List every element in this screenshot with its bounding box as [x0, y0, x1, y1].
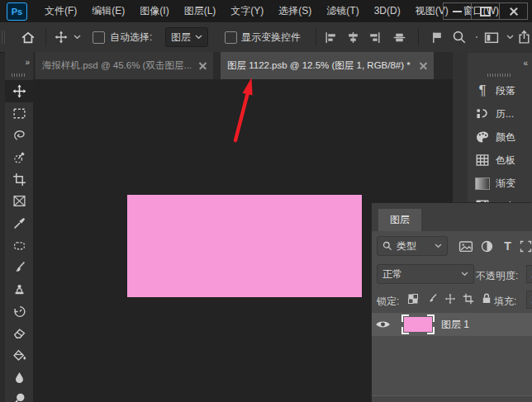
blend-mode-dropdown[interactable]: 正常 — [377, 264, 474, 284]
toolbar-grip[interactable] — [12, 73, 26, 77]
panel-shortcut-history[interactable]: 历... — [468, 102, 532, 125]
panel-shortcut-color[interactable]: 颜色 — [468, 125, 532, 149]
menu-item-select[interactable]: 选择(S) — [271, 0, 319, 22]
tool-frame[interactable] — [5, 190, 33, 212]
home-button[interactable] — [21, 22, 36, 52]
tool-history-brush[interactable] — [5, 300, 33, 323]
tool-move[interactable] — [5, 80, 33, 102]
lock-position-icon — [444, 293, 456, 305]
close-tab-icon[interactable] — [420, 62, 427, 69]
document-tab-inactive[interactable]: 海报样机.psd @ 45.6% (双击图层... — [36, 52, 213, 79]
tool-eraser[interactable] — [5, 323, 33, 345]
share-button[interactable] — [517, 22, 531, 52]
tool-paint-bucket[interactable] — [5, 344, 33, 367]
eye-icon — [375, 319, 391, 329]
fill-value-field[interactable]: 1 — [526, 291, 532, 309]
panel-shortcut-swatches[interactable]: 色板 — [468, 149, 532, 172]
lock-position-button[interactable] — [444, 293, 456, 305]
checkbox-icon — [93, 31, 105, 44]
options-bar-grip[interactable] — [2, 22, 5, 52]
menu-item-file[interactable]: 文件(F) — [37, 0, 84, 22]
filter-type-layers-button[interactable]: T — [501, 239, 515, 253]
menu-item-type[interactable]: 文字(Y) — [223, 0, 271, 22]
tool-lasso[interactable] — [5, 124, 33, 146]
tool-dodge[interactable] — [5, 389, 33, 402]
screen-mode-button[interactable] — [484, 22, 514, 52]
crop-icon — [12, 173, 26, 187]
double-chevron-right-icon: » — [25, 58, 29, 67]
lock-transparent-pixels-button[interactable] — [407, 293, 419, 305]
menu-item-edit[interactable]: 编辑(E) — [84, 0, 132, 22]
panel-shortcut-gradient[interactable]: 渐变 — [468, 172, 532, 195]
layers-panel-tab-strip: 图层 — [372, 203, 532, 231]
tool-clone-stamp[interactable] — [5, 278, 33, 300]
fill-label: 填充: — [494, 295, 516, 309]
filter-adjustment-layers-button[interactable] — [480, 239, 494, 253]
svg-text:T: T — [504, 239, 511, 253]
align-horizontal-centers-button[interactable] — [346, 22, 360, 52]
tool-quick-selection[interactable] — [5, 146, 33, 168]
menu-item-filter[interactable]: 滤镜(T) — [319, 0, 366, 22]
home-icon — [21, 31, 36, 45]
flag-button[interactable] — [430, 22, 444, 52]
opacity-value-field[interactable]: 1 — [526, 265, 532, 283]
lock-image-pixels-button[interactable] — [426, 293, 438, 305]
eraser-icon — [12, 326, 26, 340]
layer-filter-type-dropdown[interactable]: 类型 — [377, 236, 448, 256]
move-tool-option-button[interactable] — [55, 22, 81, 52]
lock-artboard-nesting-button[interactable] — [463, 293, 474, 305]
document-tab-title: 海报样机.psd @ 45.6% (双击图层... — [42, 59, 193, 72]
layer-name[interactable]: 图层 1 — [441, 318, 469, 332]
menu-bar: Ps 文件(F) 编辑(E) 图像(I) 图层(L) 文字(Y) 选择(S) 滤… — [0, 0, 532, 22]
auto-select-checkbox[interactable] — [93, 22, 105, 52]
document-tab-active[interactable]: 图层 1122.psb @ 12.5% (图层 1, RGB/8#) * — [221, 52, 434, 79]
tool-crop[interactable] — [5, 168, 33, 191]
blend-mode-value: 正常 — [382, 267, 402, 281]
lock-all-button[interactable] — [481, 292, 492, 305]
align-right-edges-button[interactable] — [368, 22, 382, 52]
tool-brush[interactable] — [5, 257, 33, 279]
auto-select-target-dropdown[interactable]: 图层 — [165, 22, 208, 52]
align-right-edges-icon — [368, 31, 382, 45]
show-transform-label: 显示变换控件 — [241, 22, 301, 52]
filter-shape-layers-button[interactable] — [519, 239, 532, 253]
dock-collapse-button[interactable]: « — [468, 53, 532, 69]
close-button[interactable] — [499, 3, 527, 19]
search-button[interactable] — [452, 22, 467, 52]
tool-blur[interactable] — [5, 367, 33, 389]
dock-grip[interactable] — [487, 73, 512, 77]
panel-shortcut-paragraph[interactable]: ¶ 段落 — [468, 79, 532, 102]
tab-layers[interactable]: 图层 — [378, 209, 421, 231]
share-icon — [517, 30, 531, 45]
show-transform-checkbox[interactable] — [225, 22, 237, 52]
document-tab-bar: 海报样机.psd @ 45.6% (双击图层... 图层 1122.psb @ … — [33, 52, 453, 79]
gradient-icon — [475, 177, 490, 190]
lasso-icon — [12, 128, 26, 142]
document-tab-title: 图层 1122.psb @ 12.5% (图层 1, RGB/8#) * — [227, 59, 414, 72]
close-tab-icon[interactable] — [199, 62, 207, 69]
align-left-edges-icon — [324, 31, 338, 45]
menu-item-layer[interactable]: 图层(L) — [177, 0, 224, 22]
tool-eyedropper[interactable] — [5, 212, 33, 234]
filter-pixel-layers-button[interactable] — [458, 239, 473, 253]
maximize-icon — [480, 7, 491, 17]
menu-item-3d[interactable]: 3D(D) — [367, 0, 408, 22]
tool-healing-patch[interactable] — [5, 234, 33, 257]
tool-rectangular-marquee[interactable] — [5, 102, 33, 125]
layer-visibility-toggle[interactable] — [372, 319, 393, 329]
layers-panel-footer — [372, 395, 532, 402]
distribute-centers-button[interactable] — [392, 22, 406, 52]
double-chevron-left-icon: « — [523, 59, 527, 68]
layer-row[interactable]: 图层 1 — [372, 313, 532, 336]
align-left-edges-button[interactable] — [324, 22, 338, 52]
menu-item-image[interactable]: 图像(I) — [132, 0, 176, 22]
panel-dock: « ¶ 段落 历... 颜色 色板 — [468, 53, 532, 208]
layer-thumbnail[interactable] — [401, 315, 435, 334]
photoshop-logo[interactable]: Ps — [7, 2, 27, 21]
chevron-down-icon — [74, 35, 81, 40]
maximize-button[interactable] — [471, 3, 499, 19]
search-icon — [382, 241, 392, 251]
toolbar-expand-button[interactable]: » — [5, 52, 33, 69]
minimize-button[interactable] — [444, 3, 471, 19]
canvas-pink-rectangle[interactable] — [127, 195, 362, 297]
